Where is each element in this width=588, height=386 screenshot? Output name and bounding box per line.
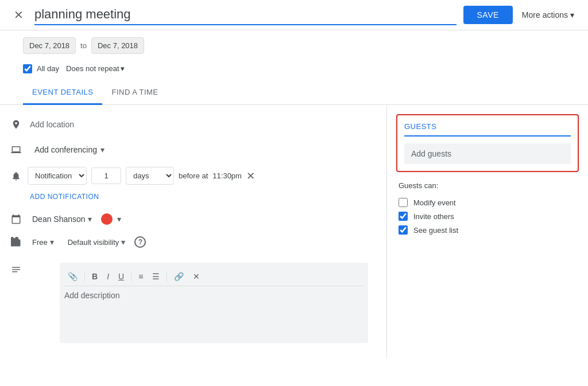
- conferencing-chevron-icon: ▾: [100, 145, 105, 154]
- toolbar-divider-1: [84, 271, 85, 282]
- permission-modify-row: Modify event: [399, 196, 577, 209]
- date-row: Dec 7, 2018 to Dec 7, 2018: [0, 30, 588, 61]
- guests-panel-inner: GUESTS: [396, 114, 579, 172]
- close-button[interactable]: ✕: [9, 6, 28, 24]
- status-select[interactable]: Free ▾: [28, 235, 59, 249]
- repeat-chevron-icon: ▾: [121, 64, 125, 73]
- link-icon: 🔗: [174, 272, 184, 281]
- italic-icon: I: [107, 272, 109, 281]
- tabs-row: EVENT DETAILS FIND A TIME: [0, 81, 588, 105]
- help-icon[interactable]: ?: [134, 236, 146, 248]
- end-date-label: Dec 7, 2018: [98, 41, 138, 50]
- attach-button[interactable]: 📎: [64, 270, 81, 283]
- save-button[interactable]: SAVE: [463, 6, 513, 24]
- guests-can-label: Guests can:: [399, 181, 577, 190]
- location-row: [0, 112, 386, 137]
- visibility-chevron-icon: ▾: [121, 237, 125, 247]
- allday-label: All day: [37, 64, 59, 73]
- notification-before-label: before at: [179, 171, 208, 180]
- ordered-list-icon: ≡: [138, 272, 143, 281]
- unordered-list-icon: ☰: [152, 272, 160, 281]
- notification-row: Notification days hours minutes weeks be…: [0, 162, 386, 189]
- location-input[interactable]: [30, 118, 377, 132]
- event-title-input[interactable]: [34, 5, 457, 25]
- bold-icon: B: [92, 272, 98, 281]
- underline-button[interactable]: U: [115, 270, 127, 283]
- repeat-dropdown[interactable]: Does not repeat ▾: [64, 63, 127, 74]
- italic-button[interactable]: I: [103, 270, 113, 283]
- remove-format-icon: ✕: [193, 272, 200, 281]
- notification-remove-button[interactable]: ✕: [246, 170, 255, 182]
- see-guest-list-checkbox[interactable]: [399, 225, 408, 235]
- guests-panel: GUESTS Guests can: Modify event Invite o…: [387, 105, 588, 359]
- editor-toolbar: 📎 B I U ≡: [64, 267, 363, 286]
- ordered-list-button[interactable]: ≡: [135, 270, 146, 283]
- remove-format-button[interactable]: ✕: [189, 270, 203, 283]
- permission-invite-row: Invite others: [399, 209, 577, 223]
- repeat-label: Does not repeat: [66, 64, 119, 73]
- calendar-owner-chevron-icon: ▾: [88, 215, 92, 224]
- unordered-list-button[interactable]: ☰: [149, 270, 163, 283]
- conferencing-button[interactable]: Add conferencing ▾: [30, 143, 109, 157]
- calendar-owner-select[interactable]: Dean Shanson ▾: [28, 212, 96, 226]
- calendar-color-chevron-icon: ▾: [117, 215, 121, 224]
- notification-time-label: 11:30pm: [212, 171, 242, 180]
- modify-event-label: Modify event: [413, 198, 456, 207]
- notification-value-input[interactable]: [91, 167, 121, 184]
- toolbar-divider-2: [131, 271, 131, 282]
- description-input[interactable]: [64, 291, 363, 337]
- guests-tab-label: GUESTS: [404, 122, 571, 137]
- modify-event-checkbox[interactable]: [399, 198, 408, 207]
- start-date-button[interactable]: Dec 7, 2018: [23, 37, 76, 54]
- add-notification-button[interactable]: ADD NOTIFICATION: [0, 190, 108, 203]
- invite-others-label: Invite others: [413, 212, 454, 221]
- allday-checkbox[interactable]: [23, 64, 32, 73]
- underline-icon: U: [118, 272, 124, 281]
- calendar-icon: [9, 212, 23, 226]
- main-content: Add conferencing ▾ Notification days hou…: [0, 105, 588, 359]
- date-to-label: to: [80, 41, 87, 50]
- notification-unit-select[interactable]: days hours minutes weeks: [126, 167, 174, 185]
- conferencing-icon: [9, 143, 23, 157]
- add-notification-row: ADD NOTIFICATION: [0, 189, 386, 208]
- see-guest-list-label: See guest list: [413, 226, 458, 235]
- top-actions: SAVE More actions ▾: [463, 6, 579, 24]
- description-area: 📎 B I U ≡: [60, 263, 368, 343]
- link-button[interactable]: 🔗: [171, 270, 187, 283]
- conferencing-label: Add conferencing: [34, 145, 97, 154]
- calendar-color-dot: [101, 213, 113, 225]
- visibility-label: Default visibility: [68, 238, 119, 247]
- more-actions-button[interactable]: More actions ▾: [517, 6, 579, 24]
- description-icon: [9, 263, 23, 276]
- status-label: Free: [32, 238, 48, 247]
- more-actions-chevron-icon: ▾: [570, 10, 574, 20]
- status-icon: [9, 235, 23, 249]
- guests-can-section: Guests can: Modify event Invite others S…: [396, 181, 579, 237]
- tab-event-details[interactable]: EVENT DETAILS: [23, 81, 102, 105]
- permission-guestlist-row: See guest list: [399, 223, 577, 237]
- calendar-owner-label: Dean Shanson: [32, 215, 86, 224]
- invite-others-checkbox[interactable]: [399, 212, 408, 221]
- status-chevron-icon: ▾: [50, 237, 54, 247]
- notification-type-select[interactable]: Notification: [28, 167, 87, 185]
- toolbar-divider-3: [167, 271, 167, 282]
- attach-icon: 📎: [68, 272, 78, 281]
- tab-find-time[interactable]: FIND A TIME: [102, 81, 167, 105]
- close-icon: ✕: [14, 8, 24, 22]
- add-guests-input[interactable]: [404, 143, 571, 164]
- end-date-button[interactable]: Dec 7, 2018: [91, 37, 144, 54]
- allday-row: All day Does not repeat ▾: [0, 61, 588, 81]
- location-icon: [9, 118, 23, 131]
- event-details-panel: Add conferencing ▾ Notification days hou…: [0, 105, 387, 359]
- visibility-row: Free ▾ Default visibility ▾ ?: [0, 231, 386, 254]
- calendar-row: Dean Shanson ▾ ▾: [0, 208, 386, 231]
- conferencing-row: Add conferencing ▾: [0, 137, 386, 162]
- bold-button[interactable]: B: [88, 270, 101, 283]
- top-bar: ✕ SAVE More actions ▾: [0, 0, 588, 30]
- notification-remove-icon: ✕: [246, 170, 255, 182]
- notification-icon: [9, 169, 23, 183]
- visibility-select[interactable]: Default visibility ▾: [63, 235, 130, 249]
- start-date-label: Dec 7, 2018: [29, 41, 69, 50]
- more-actions-label: More actions: [522, 10, 568, 20]
